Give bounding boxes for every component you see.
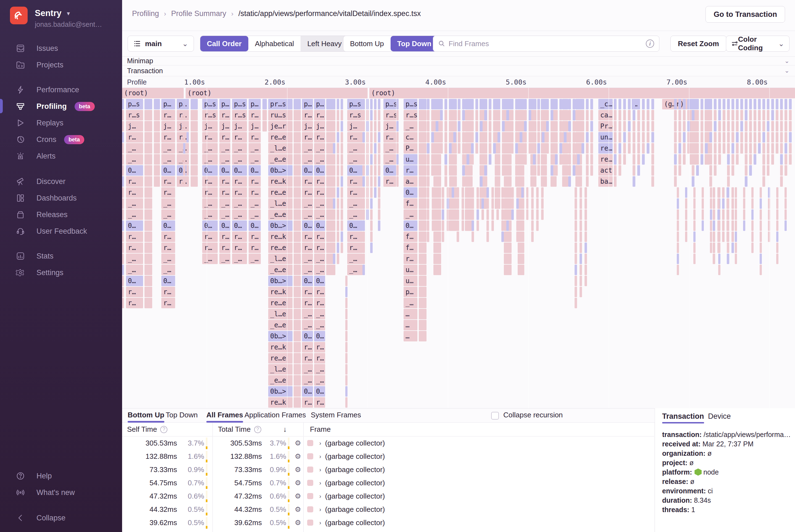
flame-frame[interactable] (760, 209, 762, 220)
flame-frame[interactable] (696, 154, 699, 165)
total-time-cell[interactable]: 47.32ms0.6%⚙ (213, 490, 303, 503)
flame-frame[interactable]: p…s (347, 99, 363, 109)
flame-frame[interactable]: r… (219, 132, 230, 142)
flame-frame[interactable]: p…s (202, 99, 218, 109)
flame-frame[interactable] (732, 198, 734, 209)
flame-frame[interactable]: j… (219, 121, 230, 132)
breadcrumb-profile-summary[interactable]: Profile Summary (171, 10, 227, 18)
flame-frame[interactable]: _l…e (268, 143, 292, 154)
flame-frame[interactable] (710, 198, 712, 209)
flame-frame[interactable] (378, 99, 380, 109)
flame-frame[interactable] (187, 110, 189, 120)
flame-frame[interactable] (442, 231, 444, 242)
flame-frame[interactable] (745, 165, 747, 176)
flame-frame[interactable] (191, 121, 198, 132)
flame-frame[interactable] (628, 121, 631, 132)
flame-frame[interactable]: _… (347, 154, 363, 165)
flame-frame[interactable] (506, 132, 509, 142)
flame-frame[interactable] (776, 187, 778, 198)
flame-frame[interactable]: _… (314, 154, 325, 165)
flame-frame[interactable] (345, 342, 347, 353)
flame-frame[interactable] (577, 121, 580, 132)
flame-frame[interactable] (749, 132, 752, 142)
flame-frame[interactable]: p…s (232, 99, 247, 109)
flame-frame[interactable] (710, 221, 712, 231)
flame-frame[interactable] (647, 99, 649, 109)
flame-frame[interactable] (461, 198, 464, 209)
flame-frame[interactable] (511, 99, 513, 109)
flame-frame[interactable] (145, 231, 152, 242)
flame-frame[interactable]: 0… (219, 165, 230, 176)
flame-frame[interactable] (294, 276, 301, 286)
flame-frame[interactable] (713, 187, 715, 198)
flame-frame[interactable] (519, 132, 522, 142)
flame-frame[interactable] (702, 209, 704, 220)
flame-frame[interactable]: r… (403, 165, 417, 176)
flame-frame[interactable] (345, 298, 347, 308)
flame-frame[interactable] (771, 99, 774, 109)
flame-frame[interactable] (723, 143, 725, 154)
flame-frame[interactable] (345, 309, 347, 319)
minimap-row[interactable]: Minimap ⌄ (122, 57, 795, 65)
flame-frame[interactable] (515, 132, 518, 142)
flame-frame[interactable] (154, 143, 160, 154)
flame-frame[interactable] (378, 110, 380, 120)
flame-frame[interactable]: _… (126, 198, 143, 209)
flame-frame[interactable] (732, 165, 734, 176)
flame-frame[interactable] (577, 99, 580, 109)
flame-frame[interactable]: r… (347, 231, 363, 242)
flame-frame[interactable]: u… (403, 276, 417, 286)
flame-frame[interactable] (693, 243, 696, 253)
flame-frame[interactable] (444, 99, 447, 109)
flame-frame[interactable] (453, 110, 456, 120)
flame-frame[interactable]: 0… (126, 276, 143, 286)
flame-frame[interactable] (362, 198, 365, 209)
flame-frame[interactable] (573, 121, 575, 132)
chevron-right-icon[interactable]: › (319, 493, 321, 499)
flame-frame[interactable] (590, 143, 593, 154)
flame-frame[interactable]: 0… (314, 276, 325, 286)
flame-frame[interactable] (183, 143, 185, 154)
breadcrumb-profiling[interactable]: Profiling (132, 10, 159, 18)
flame-frame[interactable] (732, 143, 734, 154)
flame-frame[interactable]: r… (249, 231, 261, 242)
flame-frame[interactable] (735, 187, 737, 198)
flame-frame[interactable]: 0… (202, 221, 218, 231)
flame-frame[interactable] (122, 287, 124, 297)
flame-frame[interactable] (419, 110, 427, 120)
flame-frame[interactable] (378, 176, 380, 187)
flame-frame[interactable] (533, 154, 536, 165)
flame-frame[interactable]: f… (403, 231, 417, 242)
flame-frame[interactable] (427, 198, 429, 209)
total-time-header[interactable]: Total Time ? ↓ (213, 423, 303, 436)
flame-frame[interactable]: … (403, 331, 417, 341)
flame-frame[interactable] (374, 99, 377, 109)
org-name[interactable]: Sentry (35, 8, 61, 18)
flame-frame[interactable] (768, 231, 770, 242)
flame-frame[interactable] (427, 132, 430, 142)
flame-frame[interactable] (767, 154, 770, 165)
flame-frame[interactable]: r… (314, 187, 325, 198)
flame-frame[interactable]: _… (232, 198, 247, 209)
flame-frame[interactable] (758, 132, 761, 142)
sidebar-item-releases[interactable]: Releases (0, 207, 122, 223)
sidebar-item-performance[interactable]: Performance (0, 82, 122, 98)
flame-frame[interactable] (444, 143, 447, 154)
flame-frame[interactable]: ca…n (598, 110, 613, 120)
flame-frame[interactable] (760, 265, 762, 275)
flame-frame[interactable] (784, 99, 787, 109)
flame-frame[interactable] (628, 99, 631, 109)
flame-frame[interactable] (651, 110, 654, 120)
flame-frame[interactable]: r… (249, 176, 261, 187)
flame-frame[interactable] (480, 165, 482, 176)
flame-frame[interactable] (776, 209, 778, 220)
flame-frame[interactable] (623, 132, 626, 142)
flame-frame[interactable] (555, 121, 558, 132)
flame-frame[interactable] (771, 110, 774, 120)
flame-frame[interactable]: _l…e (268, 198, 292, 209)
flame-frame[interactable] (374, 143, 377, 154)
flame-frame[interactable] (467, 209, 469, 220)
flame-frame[interactable]: je…r (268, 121, 292, 132)
chevron-right-icon[interactable]: › (319, 440, 321, 446)
flame-frame[interactable] (735, 231, 737, 242)
